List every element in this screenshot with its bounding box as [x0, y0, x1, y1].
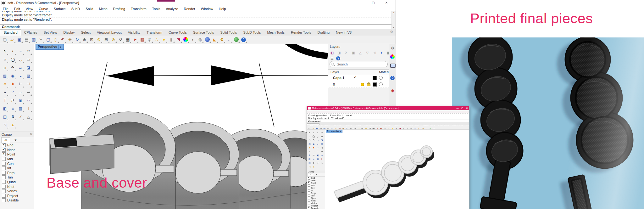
raytrace-sphere-icon[interactable]: ● — [414, 127, 417, 130]
help-icon[interactable]: ? — [432, 127, 436, 130]
osnap-item[interactable]: ✓ Int — [0, 166, 34, 171]
zoom-icon[interactable]: ⊕ — [81, 36, 88, 43]
undo-view-icon[interactable]: ↺ — [117, 36, 124, 43]
surface-icon[interactable]: ▱ — [316, 138, 320, 142]
open-file-icon[interactable]: ▱ — [9, 36, 15, 43]
osnap-checkbox[interactable]: ✓ — [2, 166, 6, 170]
layers-menu-icon[interactable]: ☰ — [329, 56, 335, 60]
viewport-layout-icon[interactable]: ▦ — [125, 36, 131, 43]
text-icon[interactable]: T — [1, 96, 9, 104]
osnap-checkbox[interactable]: ✓ — [308, 192, 310, 194]
circle-icon[interactable]: ○ — [308, 135, 312, 138]
boolean-union-icon[interactable]: ⊢ — [316, 146, 320, 150]
osnap-item[interactable]: ✓ Mid — [307, 184, 325, 187]
cone-icon[interactable]: △ — [320, 161, 324, 165]
toolbar-tab[interactable]: Curve Tools — [165, 30, 190, 36]
osnap-item[interactable]: ✓ End — [0, 143, 34, 148]
sphere-icon[interactable]: ◉ — [9, 72, 17, 80]
cone-icon[interactable]: △ — [25, 113, 32, 121]
close-button[interactable]: ✕ — [381, 0, 392, 6]
paste-icon[interactable]: ▯ — [52, 36, 59, 43]
color-wheel-icon[interactable]: ● — [402, 127, 406, 130]
blend-curve-icon[interactable]: ↷ — [9, 64, 17, 72]
osnap-item[interactable]: ✓ Quad — [307, 197, 325, 199]
small-viewport-tab[interactable]: Perspective ▾ — [326, 130, 342, 133]
toolbar-tab[interactable]: Visibility — [125, 30, 144, 36]
torus-icon[interactable]: ◒ — [316, 142, 320, 146]
toolbar-tab[interactable]: CPlanes — [21, 30, 41, 36]
control-curve-icon[interactable]: ≈ — [17, 47, 25, 55]
layers-search[interactable] — [330, 61, 388, 67]
cplane-icon[interactable]: ◎ — [146, 36, 153, 43]
rendered-sphere-icon[interactable]: ◍ — [197, 36, 203, 43]
osnap-checkbox[interactable]: ✓ — [2, 148, 6, 152]
adjust-icon[interactable]: ⇅ — [9, 113, 17, 121]
circle-icon[interactable]: ○ — [1, 55, 9, 64]
scroll-up-icon[interactable]: ▲ — [392, 11, 396, 14]
osnap-item[interactable]: ✓ Disable — [307, 207, 325, 209]
new-layer-icon[interactable]: ◧ — [329, 51, 335, 55]
move-layer-down-icon[interactable]: ▽ — [364, 51, 370, 55]
lock-icon[interactable]: ▮ — [168, 36, 175, 43]
boolean-union-icon[interactable]: ⊢ — [17, 80, 25, 88]
extrude-icon[interactable]: ≡ — [312, 157, 316, 161]
points-on-icon[interactable]: ∵ — [9, 88, 17, 96]
osnap-checkbox[interactable]: ✓ — [2, 157, 6, 161]
viewport-dropdown-icon[interactable]: ▾ — [58, 45, 63, 49]
osnap-checkbox[interactable]: ✓ — [308, 197, 310, 199]
rectangle-icon[interactable]: ▭ — [320, 135, 324, 138]
smash-icon[interactable]: ✸ — [312, 146, 316, 150]
options-gear-icon[interactable]: ⚙ — [421, 127, 425, 130]
osnap-tab-filter-icon[interactable]: ▼ — [11, 138, 19, 143]
zoom-extents-icon[interactable]: ⊞ — [103, 36, 109, 43]
selection-filter-icon[interactable]: ◥ — [398, 127, 402, 130]
rotate-view-icon[interactable]: ↻ — [74, 36, 80, 43]
toolbar-tab[interactable]: Select — [78, 30, 94, 36]
points-on-icon[interactable]: ∵ — [312, 150, 316, 154]
mirror-icon[interactable]: ◫ — [308, 161, 312, 165]
copy-icon[interactable]: ▢ — [45, 36, 52, 43]
rendered-sphere-icon[interactable]: ◍ — [410, 127, 413, 130]
print-icon[interactable]: ▤ — [23, 36, 30, 43]
small-minimize-button[interactable]: — — [455, 106, 460, 110]
move-layer-left-icon[interactable]: ◁ — [372, 51, 377, 55]
grid-options-icon[interactable]: ▩ — [139, 36, 146, 43]
osnap-item[interactable]: ✓ Knot — [0, 184, 34, 189]
zoom-icon[interactable]: ⊕ — [349, 127, 353, 130]
pan-icon[interactable]: ✚ — [67, 36, 73, 43]
check-icon[interactable]: ✓ — [17, 113, 25, 121]
paste-icon[interactable]: ▯ — [334, 127, 338, 130]
point-icon[interactable]: • — [312, 131, 316, 135]
osnap-item[interactable]: ✓ Knot — [307, 199, 325, 202]
toolbar-tab[interactable]: Render Tools — [288, 30, 314, 36]
osnap-checkbox[interactable]: ✓ — [308, 187, 310, 189]
curve-arrow-icon[interactable]: → — [316, 150, 320, 154]
maximize-button[interactable]: ▢ — [368, 0, 379, 6]
sketch-curve-icon[interactable]: ◠ — [320, 131, 324, 135]
grid-options-icon[interactable]: ▩ — [380, 127, 383, 130]
duplicate-layer-icon[interactable]: ▣ — [350, 51, 356, 55]
toolbar-tab[interactable]: SubD Tools — [240, 30, 264, 36]
layer-row[interactable]: Capa 1 ✓ — [328, 75, 389, 81]
osnap-item[interactable]: ✓ Vertex — [0, 189, 34, 194]
curve-arrow-icon[interactable]: → — [17, 88, 25, 96]
surface-bend-icon[interactable]: ◪ — [320, 138, 324, 142]
osnap-item[interactable]: ✓ Disable — [0, 198, 34, 203]
save-icon[interactable]: ▣ — [16, 36, 23, 43]
blend-curve-icon[interactable]: ↷ — [312, 138, 316, 142]
adjust-icon[interactable]: ⇅ — [312, 161, 316, 165]
extract-icon[interactable]: ◹ — [308, 165, 312, 169]
toolbar-tab[interactable]: Set View — [40, 30, 60, 36]
toolbar-tab[interactable]: Drafting — [314, 30, 333, 36]
dimension-icon[interactable]: ↔ — [226, 36, 232, 43]
fillet-icon[interactable]: ◕ — [1, 88, 9, 96]
undo-icon[interactable]: ↶ — [59, 36, 66, 43]
scale-icon[interactable]: ▣ — [316, 154, 320, 157]
osnap-checkbox[interactable]: ✓ — [2, 152, 6, 156]
color-wheel-icon[interactable]: ● — [182, 36, 189, 43]
osnap-checkbox[interactable]: ✓ — [308, 182, 310, 184]
pointer-icon[interactable]: ↖ — [1, 47, 9, 55]
dimension-icon[interactable]: ↔ — [425, 127, 428, 130]
torus-icon[interactable]: ◒ — [17, 72, 25, 80]
raytrace-sphere-icon[interactable]: ● — [204, 36, 211, 43]
